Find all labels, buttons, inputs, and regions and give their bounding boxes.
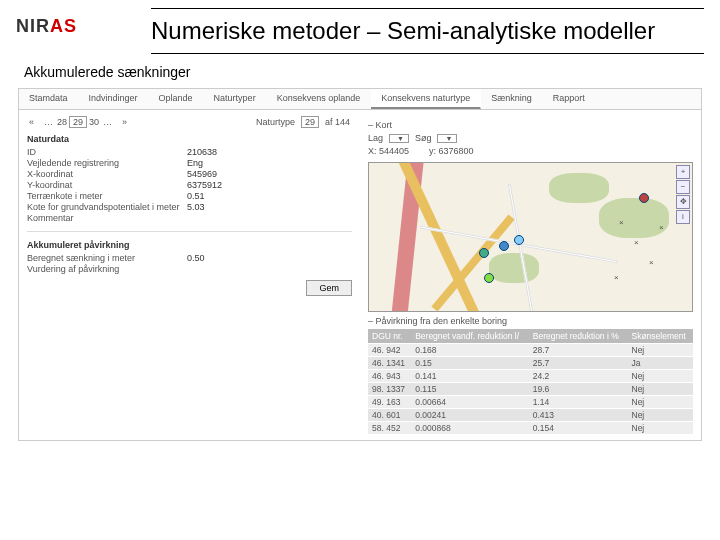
gem-button[interactable]: Gem xyxy=(306,280,352,296)
pan-icon[interactable]: ✥ xyxy=(676,195,690,209)
section-naturdata: Naturdata xyxy=(27,134,352,144)
col-header: Skønselement xyxy=(628,329,694,344)
map-point[interactable] xyxy=(484,273,494,283)
tab-5[interactable]: Konsekvens naturtype xyxy=(371,89,481,109)
tab-7[interactable]: Rapport xyxy=(543,89,596,109)
field-label: Vejledende registrering xyxy=(27,158,187,168)
table-row[interactable]: 49. 1630.006641.14Nej xyxy=(368,396,693,409)
col-header: Beregnet reduktion i % xyxy=(529,329,628,344)
pager-total: af 144 xyxy=(323,117,352,127)
chevron-down-icon: ▼ xyxy=(397,135,404,142)
lag-label: Lag xyxy=(368,133,383,143)
subtitle: Akkumulerede sænkninger xyxy=(24,64,720,80)
lag-dropdown[interactable]: ▼ xyxy=(389,134,409,143)
tab-2[interactable]: Oplande xyxy=(149,89,204,109)
field-label: Kote for grundvandspotentialet i meter xyxy=(27,202,187,212)
page-title: Numeriske metoder – Semi-analytiske mode… xyxy=(151,15,704,47)
kort-section: – Kort xyxy=(368,120,693,130)
map-point[interactable] xyxy=(499,241,509,251)
tab-4[interactable]: Konsekvens oplande xyxy=(267,89,372,109)
pager-page[interactable]: 30 xyxy=(87,117,101,127)
impact-table: DGU nr.Beregnet vandf. reduktion l/Bereg… xyxy=(368,329,693,434)
pager-prev[interactable]: « xyxy=(27,117,36,127)
logo: NIRAS xyxy=(16,16,101,37)
field-value: 6375912 xyxy=(187,180,222,190)
divider xyxy=(151,53,704,54)
map[interactable]: × × × × × + − ✥ i xyxy=(368,162,693,312)
pager-current[interactable]: 29 xyxy=(301,116,319,128)
tab-1[interactable]: Indvindinger xyxy=(79,89,149,109)
sog-dropdown[interactable]: ▼ xyxy=(437,134,457,143)
field-value: 0.50 xyxy=(187,253,205,263)
field-label: Beregnet sænkning i meter xyxy=(27,253,187,263)
pager-page[interactable]: … xyxy=(42,117,55,127)
field-label: Terrænkote i meter xyxy=(27,191,187,201)
divider xyxy=(151,8,704,9)
sog-label: Søg xyxy=(415,133,432,143)
table-row[interactable]: 98. 13370.11519.6Nej xyxy=(368,383,693,396)
pager-page[interactable]: … xyxy=(101,117,114,127)
app-panel: StamdataIndvindingerOplandeNaturtyperKon… xyxy=(18,88,702,441)
chevron-down-icon: ▼ xyxy=(445,135,452,142)
info-icon[interactable]: i xyxy=(676,210,690,224)
field-label: ID xyxy=(27,147,187,157)
zoom-out-icon[interactable]: − xyxy=(676,180,690,194)
map-point[interactable] xyxy=(639,193,649,203)
field-label: Y-koordinat xyxy=(27,180,187,190)
pager-page[interactable]: 29 xyxy=(69,116,87,128)
pager-label: Naturtype xyxy=(254,117,297,127)
tab-0[interactable]: Stamdata xyxy=(19,89,79,109)
col-header: Beregnet vandf. reduktion l/ xyxy=(411,329,529,344)
coord-x: X: 544405 xyxy=(368,146,409,156)
ptitle: – Påvirkning fra den enkelte boring xyxy=(368,316,693,326)
table-row[interactable]: 40. 6010.002410.413Nej xyxy=(368,409,693,422)
table-row[interactable]: 46. 13410.1525.7Ja xyxy=(368,357,693,370)
section-akk: Akkumuleret påvirkning xyxy=(27,240,352,250)
tab-3[interactable]: Naturtyper xyxy=(204,89,267,109)
pager-page[interactable]: 28 xyxy=(55,117,69,127)
field-label: Vurdering af påvirkning xyxy=(27,264,187,274)
map-point[interactable] xyxy=(514,235,524,245)
field-label: X-koordinat xyxy=(27,169,187,179)
field-value: 5.03 xyxy=(187,202,205,212)
col-header: DGU nr. xyxy=(368,329,411,344)
field-value: 545969 xyxy=(187,169,217,179)
map-point[interactable] xyxy=(479,248,489,258)
table-row[interactable]: 46. 9430.14124.2Nej xyxy=(368,370,693,383)
zoom-in-icon[interactable]: + xyxy=(676,165,690,179)
tabs: StamdataIndvindingerOplandeNaturtyperKon… xyxy=(19,89,701,110)
field-value: 0.51 xyxy=(187,191,205,201)
tab-6[interactable]: Sænkning xyxy=(481,89,543,109)
coord-y: y: 6376800 xyxy=(429,146,474,156)
table-row[interactable]: 58. 4520.0008680.154Nej xyxy=(368,422,693,435)
table-row[interactable]: 46. 9420.16828.7Nej xyxy=(368,344,693,357)
field-value: Eng xyxy=(187,158,203,168)
field-value: 210638 xyxy=(187,147,217,157)
pager: « …282930… » Naturtype 29 af 144 xyxy=(27,116,352,128)
pager-next[interactable]: » xyxy=(120,117,129,127)
field-label: Kommentar xyxy=(27,213,187,223)
